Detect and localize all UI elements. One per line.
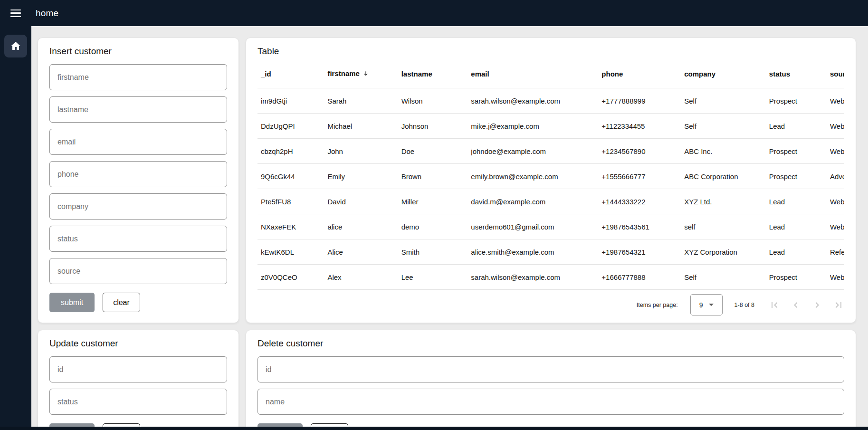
table-row: NXaxeFEKalicedemouserdemo601@gmail.com+1… bbox=[258, 214, 844, 239]
cell-_id: cbzqh2pH bbox=[258, 139, 327, 164]
column-header-status[interactable]: status bbox=[769, 59, 830, 88]
cell-_id: z0V0QCeO bbox=[258, 265, 327, 290]
column-header-company[interactable]: company bbox=[684, 59, 769, 88]
cell-firstname: David bbox=[327, 189, 401, 214]
update-id-input[interactable] bbox=[49, 356, 227, 382]
table-row: Pte5fFU8DavidMillerdavid.m@example.com+1… bbox=[258, 189, 844, 214]
delete-fields bbox=[258, 356, 844, 415]
cell-lastname: Brown bbox=[401, 164, 471, 189]
column-header-_id[interactable]: _id bbox=[258, 59, 327, 88]
cell-phone: +1777888999 bbox=[601, 88, 684, 114]
insert-submit-button[interactable]: submit bbox=[49, 293, 95, 312]
sidebar-item-home[interactable] bbox=[4, 35, 27, 57]
cell-_id: kEwtK6DL bbox=[258, 239, 327, 265]
cell-email: emily.brown@example.com bbox=[471, 164, 601, 189]
cell-phone: +19876543561 bbox=[601, 214, 684, 239]
delete-name-input[interactable] bbox=[258, 389, 844, 415]
column-label: phone bbox=[601, 70, 623, 78]
hamburger-menu-icon[interactable] bbox=[10, 10, 21, 17]
customers-table: _idfirstnamelastnameemailphonecompanysta… bbox=[258, 59, 844, 290]
cell-lastname: Johnson bbox=[401, 114, 471, 139]
table-row: 9Q6cGk44EmilyBrownemily.brown@example.co… bbox=[258, 164, 844, 189]
table-header-row: _idfirstnamelastnameemailphonecompanysta… bbox=[258, 59, 844, 88]
insert-customer-card: Insert customer submit clear bbox=[38, 38, 239, 323]
next-page-button[interactable] bbox=[811, 299, 823, 311]
table-row: kEwtK6DLAliceSmithalice.smith@example.co… bbox=[258, 239, 844, 265]
chevron-left-icon bbox=[790, 299, 801, 311]
cell-_id: Pte5fFU8 bbox=[258, 189, 327, 214]
cell-lastname: Wilson bbox=[401, 88, 471, 114]
column-label: _id bbox=[261, 70, 271, 78]
update-fields bbox=[49, 356, 227, 415]
home-icon bbox=[10, 40, 21, 52]
insert-email-input[interactable] bbox=[49, 129, 227, 155]
column-header-email[interactable]: email bbox=[471, 59, 601, 88]
cell-status: Prospect bbox=[769, 139, 830, 164]
column-label: firstname bbox=[327, 69, 360, 77]
cell-company: Self bbox=[684, 114, 769, 139]
cell-email: sarah.wilson@example.com bbox=[471, 88, 601, 114]
insert-firstname-input[interactable] bbox=[49, 64, 227, 90]
cell-phone: +1555666777 bbox=[601, 164, 684, 189]
cell-status: Lead bbox=[769, 114, 830, 139]
column-header-firstname[interactable]: firstname bbox=[327, 59, 401, 88]
cell-source: Referral bbox=[830, 239, 844, 265]
first-page-button[interactable] bbox=[769, 299, 780, 311]
cell-source: Website bbox=[830, 265, 844, 290]
last-page-icon bbox=[833, 299, 844, 311]
column-label: source bbox=[830, 70, 844, 78]
cell-lastname: Doe bbox=[401, 139, 471, 164]
update-status-input[interactable] bbox=[49, 389, 227, 415]
cell-company: ABC Corporation bbox=[684, 164, 769, 189]
insert-source-input[interactable] bbox=[49, 258, 227, 284]
delete-customer-card: Delete customer submit clear bbox=[246, 330, 856, 430]
select-caret-icon bbox=[709, 304, 714, 306]
cell-company: ABC Inc. bbox=[684, 139, 769, 164]
sort-descending-arrow-icon bbox=[362, 70, 369, 78]
insert-company-input[interactable] bbox=[49, 193, 227, 220]
column-label: lastname bbox=[401, 70, 432, 78]
delete-id-input[interactable] bbox=[258, 356, 844, 382]
last-page-button[interactable] bbox=[833, 299, 844, 311]
cell-lastname: demo bbox=[401, 214, 471, 239]
insert-lastname-input[interactable] bbox=[49, 96, 227, 123]
cell-firstname: Sarah bbox=[327, 88, 401, 114]
cell-company: XYZ Corporation bbox=[684, 239, 769, 265]
first-page-icon bbox=[769, 299, 780, 311]
content-area: Insert customer submit clear Table _idfi… bbox=[31, 26, 868, 430]
cell-lastname: Miller bbox=[401, 189, 471, 214]
cell-company: Self bbox=[684, 88, 769, 114]
column-label: email bbox=[471, 70, 489, 78]
insert-buttons-row: submit clear bbox=[49, 293, 227, 312]
column-header-phone[interactable]: phone bbox=[601, 59, 684, 88]
cell-status: Lead bbox=[769, 189, 830, 214]
delete-card-title: Delete customer bbox=[258, 338, 844, 349]
cell-email: alice.smith@example.com bbox=[471, 239, 601, 265]
cell-source: Advertisement bbox=[830, 164, 844, 189]
update-card-title: Update customer bbox=[49, 338, 227, 349]
column-header-lastname[interactable]: lastname bbox=[401, 59, 471, 88]
column-label: company bbox=[684, 70, 715, 78]
cell-lastname: Smith bbox=[401, 239, 471, 265]
table-card: Table _idfirstnamelastnameemailphonecomp… bbox=[246, 38, 856, 323]
page-range-label: 1-8 of 8 bbox=[734, 302, 754, 308]
column-header-source[interactable]: source bbox=[830, 59, 844, 88]
window-bottom-edge bbox=[0, 427, 868, 430]
insert-card-title: Insert customer bbox=[49, 46, 227, 57]
cell-status: Prospect bbox=[769, 164, 830, 189]
paginator-nav bbox=[769, 299, 844, 311]
cell-source: Website bbox=[830, 189, 844, 214]
insert-status-input[interactable] bbox=[49, 226, 227, 252]
page-size-select[interactable]: 9 bbox=[690, 294, 723, 315]
cell-firstname: Alex bbox=[327, 265, 401, 290]
cell-phone: +1987654321 bbox=[601, 239, 684, 265]
insert-clear-button[interactable]: clear bbox=[103, 293, 140, 312]
insert-phone-input[interactable] bbox=[49, 161, 227, 187]
cell-company: Self bbox=[684, 265, 769, 290]
cell-_id: im9dGtji bbox=[258, 88, 327, 114]
cell-source: Website bbox=[830, 88, 844, 114]
cell-firstname: Emily bbox=[327, 164, 401, 189]
cell-_id: DdzUgQPI bbox=[258, 114, 327, 139]
cell-email: david.m@example.com bbox=[471, 189, 601, 214]
previous-page-button[interactable] bbox=[790, 299, 801, 311]
